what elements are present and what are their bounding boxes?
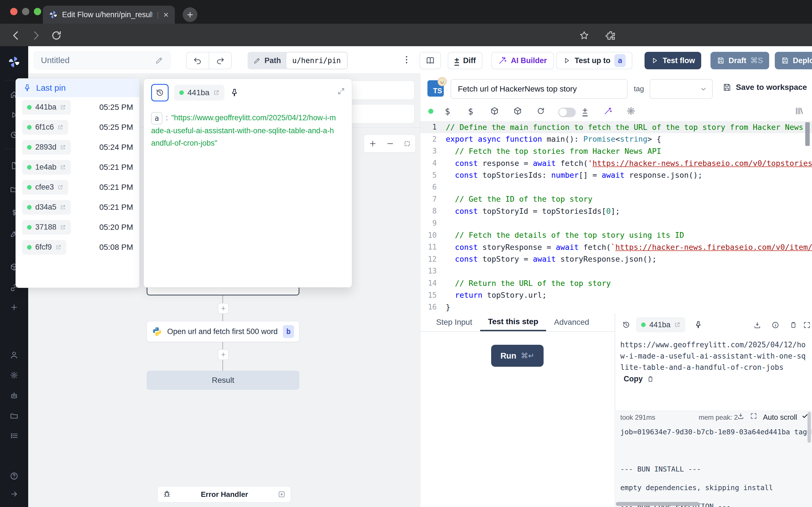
external-link-icon[interactable] xyxy=(56,244,61,250)
last-pin-row[interactable]: 6f1c605:25 PM xyxy=(16,117,139,137)
code-line[interactable]: 12 const topStory = await storyResponse.… xyxy=(420,253,812,265)
download-icon[interactable] xyxy=(753,321,761,329)
tab-step-input[interactable]: Step Input xyxy=(428,313,480,331)
clipboard-icon[interactable] xyxy=(790,321,797,329)
code-line[interactable]: 1// Define the main function to fetch th… xyxy=(420,121,812,133)
external-link-icon[interactable] xyxy=(57,124,63,130)
browser-tab[interactable]: Edit Flow u/henri/pin_results | × xyxy=(43,6,175,24)
diff-mode-icon[interactable]: ± xyxy=(582,105,588,116)
job-id-chip[interactable]: 6fcf9 xyxy=(22,240,66,255)
last-pin-row[interactable]: 3718805:20 PM xyxy=(16,217,139,237)
external-link-icon[interactable] xyxy=(60,224,66,230)
new-tab-button[interactable]: + xyxy=(183,7,197,22)
info-icon[interactable] xyxy=(771,321,779,329)
deploy-button[interactable]: Deploy xyxy=(775,52,812,69)
insert-step-button[interactable] xyxy=(218,349,229,360)
code-line[interactable]: 10 // Fetch the details of the top story… xyxy=(420,229,812,241)
test-up-to-button[interactable]: Test up to a xyxy=(556,52,632,69)
package-icon[interactable] xyxy=(490,107,499,115)
undo-button[interactable] xyxy=(187,52,209,69)
maximize-window-button[interactable] xyxy=(34,8,41,15)
sidebar-item-apps[interactable] xyxy=(8,430,20,442)
draft-button[interactable]: Draft ⌘S xyxy=(711,52,769,69)
zoom-out-icon[interactable] xyxy=(386,139,395,148)
external-link-icon[interactable] xyxy=(674,322,680,328)
collapse-sidebar-icon[interactable] xyxy=(8,488,20,500)
code-line[interactable]: 11 const storyResponse = await fetch(`ht… xyxy=(420,241,812,253)
back-icon[interactable] xyxy=(10,29,22,42)
expand-icon[interactable] xyxy=(337,87,345,95)
redo-button[interactable] xyxy=(209,52,231,69)
code-line[interactable]: 16} xyxy=(420,301,812,313)
resource-picker-icon[interactable]: $ xyxy=(468,107,473,116)
zoom-in-icon[interactable] xyxy=(368,139,377,148)
last-pin-row[interactable]: 6fcf905:08 PM xyxy=(16,237,139,257)
external-link-icon[interactable] xyxy=(57,184,63,190)
sidebar-item-settings[interactable] xyxy=(8,369,20,381)
package-icon[interactable] xyxy=(513,107,522,115)
vertical-scrollbar[interactable] xyxy=(808,412,811,443)
reset-icon[interactable] xyxy=(536,107,545,115)
path-value[interactable]: u/henri/pin xyxy=(286,52,348,69)
editor-settings-gear-icon[interactable] xyxy=(626,107,636,115)
minimize-window-button[interactable] xyxy=(22,8,29,15)
help-icon[interactable] xyxy=(8,470,20,482)
code-line[interactable]: 3 // Fetch the top stories from Hacker N… xyxy=(420,145,812,157)
windmill-logo-icon[interactable] xyxy=(8,56,20,68)
code-line[interactable]: 8 const topStoryId = topStoriesIds[0]; xyxy=(420,205,812,217)
last-pin-row[interactable]: 441ba05:25 PM xyxy=(16,97,139,117)
code-line[interactable]: 15 return topStory.url; xyxy=(420,289,812,301)
external-link-icon[interactable] xyxy=(60,145,66,150)
auto-scroll-label[interactable]: Auto scroll xyxy=(763,413,797,421)
code-line[interactable]: 13 xyxy=(420,265,812,277)
tab-test-this-step[interactable]: Test this step xyxy=(480,313,546,331)
job-id-chip[interactable]: 6f1c6 xyxy=(22,120,68,135)
forward-icon[interactable] xyxy=(30,29,42,42)
save-to-workspace-button[interactable]: Save to workspace xyxy=(722,83,807,92)
run-button[interactable]: Run ⌘↵ xyxy=(491,345,544,367)
path-editor[interactable]: Path u/henri/pin xyxy=(248,52,348,69)
step-summary-input[interactable]: Fetch url of HackerNews top story xyxy=(451,79,627,99)
editor-toggle[interactable] xyxy=(558,108,576,117)
sidebar-item-ai-bot[interactable] xyxy=(8,389,20,402)
copy-result-button[interactable]: Copy xyxy=(624,375,654,383)
job-id-chip[interactable]: d34a5 xyxy=(22,200,71,215)
editor-scrollbar[interactable] xyxy=(805,122,810,146)
job-id-chip[interactable]: 2893d xyxy=(22,140,71,155)
pushpin-icon[interactable] xyxy=(230,88,239,97)
code-line[interactable]: 9 xyxy=(420,217,812,229)
job-id-chip[interactable]: cfee3 xyxy=(22,180,68,194)
tag-select[interactable] xyxy=(650,79,713,99)
reload-icon[interactable] xyxy=(50,29,63,42)
test-flow-button[interactable]: Test flow xyxy=(645,52,701,69)
external-link-icon[interactable] xyxy=(213,90,219,96)
job-id-chip[interactable]: 441ba xyxy=(22,100,71,115)
fullscreen-icon[interactable] xyxy=(803,321,811,329)
job-id-chip[interactable]: 1e4ab xyxy=(22,160,71,175)
code-line[interactable]: 4 const response = await fetch('https://… xyxy=(420,157,812,169)
download-logs-icon[interactable] xyxy=(737,412,744,420)
result-node[interactable]: Result xyxy=(147,371,299,390)
code-line[interactable]: 5 const topStoriesIds: number[] = await … xyxy=(420,169,812,181)
ai-assist-wand-icon[interactable] xyxy=(603,107,612,115)
external-link-icon[interactable] xyxy=(60,105,66,110)
bookmark-star-icon[interactable] xyxy=(578,30,590,41)
sidebar-item-user[interactable] xyxy=(8,349,20,361)
sidebar-item-folders[interactable] xyxy=(8,409,20,422)
tab-advanced[interactable]: Advanced xyxy=(546,313,597,331)
pushpin-icon[interactable] xyxy=(694,321,703,329)
code-line[interactable]: 7 // Get the ID of the top story xyxy=(420,193,812,205)
fit-view-icon[interactable] xyxy=(403,140,411,147)
external-link-icon[interactable] xyxy=(60,205,66,210)
horizontal-scrollbar[interactable] xyxy=(616,502,699,506)
insert-step-button[interactable] xyxy=(218,303,229,314)
library-columns-icon[interactable] xyxy=(795,107,804,115)
python-step-node-b[interactable]: Open url and fetch first 500 words of ..… xyxy=(147,321,299,342)
last-pin-row[interactable]: cfee305:21 PM xyxy=(16,177,139,197)
job-id-chip[interactable]: 441ba xyxy=(174,85,224,101)
extensions-icon[interactable] xyxy=(605,30,616,41)
close-tab-icon[interactable]: × xyxy=(163,10,168,19)
code-line[interactable]: 6 xyxy=(420,181,812,193)
add-error-handler-icon[interactable] xyxy=(278,490,286,498)
close-window-button[interactable] xyxy=(10,8,17,15)
